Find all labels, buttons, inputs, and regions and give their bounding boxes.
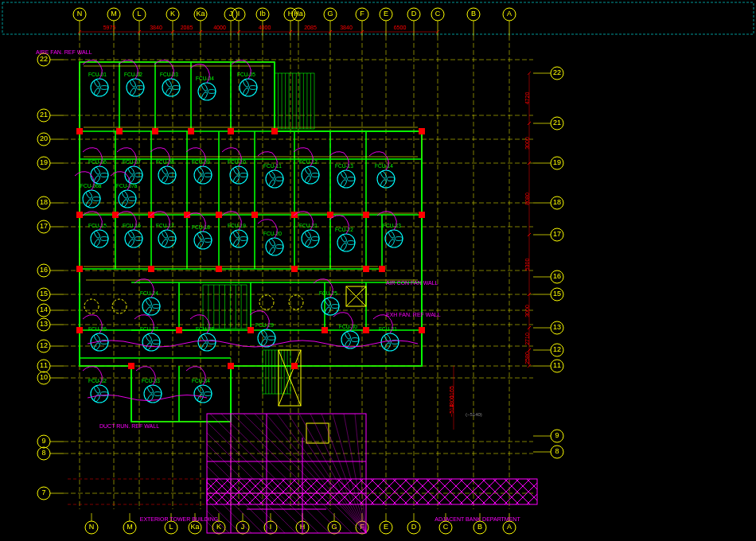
grid-col-L-label: L [137,10,141,18]
dim-text: 2085 [304,25,317,30]
title-left: EXTERIOR TOWER BUILDING [140,516,219,522]
dim-text: 3840 [150,25,162,30]
grid-row-right-9-label: 9 [555,431,559,439]
drawing-canvas[interactable]: NMLKKaJIIbHHaGFEDCBANMLKaKJIHGFEDCBA2221… [0,0,756,541]
fan-tag: FCU-04 [196,76,214,81]
fan-tag: FCU-29 [255,322,274,328]
dim-text: 2085 [181,25,193,30]
grid-col-bottom-E-label: E [384,523,388,531]
elevation-label: (−5140) [466,412,482,417]
grid-col-F-label: F [360,10,364,18]
dim-text: 4720 [524,92,530,105]
grid-col-Ib-label: Ib [259,10,266,18]
riser-icon [380,267,384,271]
riser-icon [364,267,368,271]
grid-row-12-label: 12 [40,341,48,349]
leader-note: EXH FAN. REF WALL [386,312,441,317]
grid-col-bottom-L-label: L [169,523,173,531]
riser-icon [216,267,221,271]
grid-col-M-label: M [111,10,117,18]
fan-tag: FCU-24 [140,290,158,296]
riser-icon [153,129,158,134]
grid-row-11-label: 11 [40,361,48,369]
grid-col-bottom-C-label: C [443,523,449,531]
dim-text: 4000 [259,25,271,30]
dim-text: 3840 [340,25,353,30]
grid-row-right-19-label: 19 [553,158,561,166]
dim-text: 6500 [394,25,407,30]
grid-col-bottom-A-label: A [507,523,512,531]
grid-col-bottom-N-label: N [89,523,95,531]
fan-tag: FCU-09 [192,159,210,165]
riser-icon [272,129,277,134]
fan-tag: FCU-13 [335,163,353,169]
grid-row-right-15-label: 15 [553,290,561,298]
fan-tag: FCU-28 [196,326,214,332]
grid-row-right-17-label: 17 [553,230,561,238]
fan-tag: FCU-30 [339,324,357,329]
fan-tag: FCU-18 [192,224,210,230]
leader-note: AIRE FAN. REF WALL [36,49,92,55]
grid-row-20-label: 20 [40,134,48,142]
fan-tag: FCU-22 [335,227,353,232]
grid-row-right-22-label: 22 [553,68,561,76]
fan-tag: FCU-10 [228,159,246,165]
fan-tag: FCU-27 [140,326,158,332]
riser-icon [77,328,82,333]
riser-icon [77,129,82,134]
riser-icon [149,267,154,271]
fan-tag: FCU-31 [379,326,397,332]
fan-tag: FCU-26 [88,326,107,332]
grid-row-13-label: 13 [40,320,48,328]
riser-icon [419,212,424,217]
grid-col-C-label: C [435,10,441,18]
grid-row-21-label: 21 [40,111,48,119]
grid-row-7-label: 7 [41,488,45,496]
fan-tag: FCU-16 [123,223,141,228]
grid-col-A-label: A [507,10,512,18]
grid-row-17-label: 17 [40,222,48,230]
grid-row-right-13-label: 13 [553,323,561,331]
riser-icon [189,129,193,134]
riser-icon [322,328,327,333]
svg-rect-0 [0,0,756,541]
grid-row-22-label: 22 [40,55,48,63]
riser-icon [77,212,82,217]
fan-tag: FCU-23 [383,223,401,228]
grid-col-Ka-label: Ka [196,10,205,18]
dim-text: 4000 [213,25,226,30]
fan-tag: FCU-07 [123,159,141,165]
grid-row-18-label: 18 [40,198,48,206]
grid-col-bottom-M-label: M [127,523,133,531]
fan-tag: FCU-19 [228,223,246,228]
grid-row-16-label: 16 [40,266,48,274]
fan-tag: FCU-32 [88,378,107,383]
grid-col-Ha-label: Ha [294,10,303,18]
riser-icon [228,129,233,134]
grid-col-I-label: I [238,10,240,18]
fan-tag: FCU-17 [156,223,174,228]
riser-icon [113,212,118,217]
fan-tag: FCU-02 [124,72,142,77]
grid-row-right-12-label: 12 [553,345,561,353]
grid-row-14-label: 14 [40,306,48,313]
grid-row-19-label: 19 [40,158,48,166]
fan-tag: FCU-20 [263,231,282,236]
dim-text: 2710 [524,333,530,345]
grid-row-right-8-label: 8 [555,447,559,455]
riser-icon [77,267,82,271]
fan-tag: FCU-03 [160,72,178,77]
dim-text: ~514 [449,404,454,417]
grid-row-9-label: 9 [41,437,45,445]
riser-icon [419,328,424,333]
grid-row-right-18-label: 18 [553,198,561,206]
dim-text: 3000 [524,137,530,150]
riser-icon [129,364,134,368]
grid-row-8-label: 8 [41,449,45,457]
fan-tag: FCU-06 [88,159,107,165]
fan-tag: FCU-07a [116,183,138,189]
dim-text: 5975 [103,25,116,30]
leader-note: AIR CON FAN WALL [386,280,438,286]
dim-text: 3000 [524,305,530,317]
grid-col-bottom-Ka-label: Ka [190,523,199,531]
